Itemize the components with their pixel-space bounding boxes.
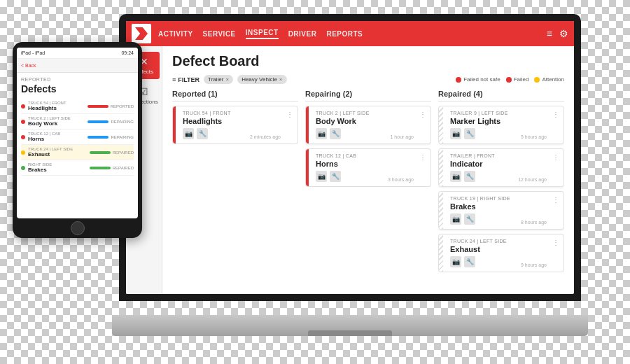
legend-dot-failed xyxy=(506,77,512,83)
card-icon-13: 📷 xyxy=(450,256,461,267)
defect-name-brakes: Brakes xyxy=(28,167,52,173)
nav-inspect[interactable]: INSPECT xyxy=(246,29,279,39)
page-title: Defect Board xyxy=(172,53,564,69)
card-menu-brakes[interactable]: ⋮ xyxy=(552,196,559,204)
info-horns: TRUCK 12 | CAB Horns xyxy=(28,132,60,142)
info-bodywork: TRUCK 2 | LEFT SIDE Body Work xyxy=(28,116,71,127)
status-bar-horns xyxy=(88,136,108,139)
tablet-screen: iPad - iPad 09:24 < Back REPORTED Defect… xyxy=(17,48,138,218)
card-indicator[interactable]: TRAILER | FRONT Indicator 📷 🔧 12 hours a… xyxy=(438,148,564,187)
card-stripe-bodywork xyxy=(306,106,309,144)
laptop-screen: ACTIVITY SERVICE INSPECT DRIVER REPORTS … xyxy=(126,21,574,294)
card-time-headlights: 2 minutes ago xyxy=(250,134,281,139)
card-menu-exhaust[interactable]: ⋮ xyxy=(552,239,559,246)
card-menu-horns[interactable]: ⋮ xyxy=(419,153,426,161)
filter-icon-lines: ≡ xyxy=(172,76,176,83)
card-headlights[interactable]: TRUCK 54 | FRONT Headlights 📷 🔧 2 minute… xyxy=(172,106,298,144)
status-bar-headlights xyxy=(88,105,108,108)
card-icon-2: 🔧 xyxy=(197,128,208,139)
card-icon-5: 📷 xyxy=(316,171,327,182)
tablet-frame: iPad - iPad 09:24 < Back REPORTED Defect… xyxy=(13,42,142,238)
status-right-exhaust: REPAIRED xyxy=(90,150,134,155)
card-icon-10: 🔧 xyxy=(464,171,475,182)
card-icon-9: 📷 xyxy=(450,171,461,182)
legend: Failed not safe Failed Attention xyxy=(456,76,564,83)
card-stripe-indicator xyxy=(439,149,443,186)
kanban-header-repairing: Repairing (2) xyxy=(305,90,431,102)
status-label-headlights: REPORTED xyxy=(111,104,134,108)
legend-failed: Failed xyxy=(506,76,529,83)
card-stripe-headlights xyxy=(173,106,176,144)
tablet-row-headlights[interactable]: TRUCK 54 | FRONT Headlights REPORTED xyxy=(21,99,134,114)
nav-service[interactable]: SERVICE xyxy=(203,30,236,38)
filter-text: FILTER xyxy=(178,76,200,83)
card-icon-6: 🔧 xyxy=(330,171,341,182)
status-right-brakes: REPAIRED xyxy=(90,166,134,170)
card-exhaust[interactable]: TRUCK 24 | LEFT SIDE Exhaust 📷 🔧 9 hours… xyxy=(438,234,564,272)
nav-reports[interactable]: REPORTS xyxy=(326,30,363,38)
laptop-device: ACTIVITY SERVICE INSPECT DRIVER REPORTS … xyxy=(112,14,588,336)
filter-label: ≡ FILTER xyxy=(172,76,200,83)
dot-headlights xyxy=(21,104,25,108)
tablet-row-horns[interactable]: TRUCK 12 | CAB Horns REPAIRING xyxy=(21,130,134,145)
card-icon-7: 📷 xyxy=(450,128,461,139)
card-stripe-horns xyxy=(306,149,309,186)
tag-remove-trailer[interactable]: × xyxy=(225,76,229,83)
card-time-marker: 5 hours ago xyxy=(521,134,547,139)
card-time-brakes: 8 hours ago xyxy=(521,220,547,225)
tablet-content: REPORTED Defects TRUCK 54 | FRONT Headli… xyxy=(17,73,138,180)
settings-icon[interactable]: ⚙ xyxy=(559,28,568,39)
card-menu-indicator[interactable]: ⋮ xyxy=(552,153,559,161)
tablet-time: 09:24 xyxy=(121,50,134,55)
card-menu-marker[interactable]: ⋮ xyxy=(552,111,559,118)
defect-name-bodywork: Body Work xyxy=(28,120,71,127)
tablet-row-exhaust[interactable]: TRUCK 24 | LEFT SIDE Exhaust REPAIRED xyxy=(21,145,134,160)
nav-items: ACTIVITY SERVICE INSPECT DRIVER REPORTS xyxy=(158,29,547,39)
card-menu-headlights[interactable]: ⋮ xyxy=(286,111,293,118)
tablet-back-button[interactable]: < Back xyxy=(21,63,36,68)
card-marker-lights[interactable]: TRAILER 9 | LEFT SIDE Marker Lights 📷 🔧 … xyxy=(438,106,564,144)
card-truck-bodywork: TRUCK 2 | LEFT SIDE xyxy=(316,111,425,115)
tablet-defect-left-brakes: RIGHT SIDE Brakes xyxy=(21,162,52,173)
card-truck-brakes: TRUCK 19 | RIGHT SIDE xyxy=(450,196,558,201)
card-time-exhaust: 9 hours ago xyxy=(521,262,547,267)
legend-dot-attention xyxy=(534,77,540,83)
laptop-screen-frame: ACTIVITY SERVICE INSPECT DRIVER REPORTS … xyxy=(119,14,581,301)
card-icon-12: 🔧 xyxy=(464,214,475,225)
filter-icon[interactable]: ≡ xyxy=(547,28,552,39)
kanban-board: Reported (1) TRUCK 54 | FRONT Headlights… xyxy=(172,90,564,280)
card-title-bodywork: Body Work xyxy=(316,117,425,125)
card-title-headlights: Headlights xyxy=(183,117,292,125)
card-bodywork[interactable]: TRUCK 2 | LEFT SIDE Body Work 📷 🔧 1 hour… xyxy=(305,106,431,144)
app-header: ACTIVITY SERVICE INSPECT DRIVER REPORTS … xyxy=(126,21,574,46)
card-stripe-exhaust xyxy=(439,234,443,272)
tag-remove-heavy[interactable]: × xyxy=(279,76,283,83)
nav-driver[interactable]: DRIVER xyxy=(288,30,317,38)
legend-label-failed-not-safe: Failed not safe xyxy=(463,76,500,83)
tablet-row-brakes[interactable]: RIGHT SIDE Brakes REPAIRED xyxy=(21,160,134,176)
tablet-status-bar: iPad - iPad 09:24 xyxy=(17,48,138,59)
tablet-row-bodywork[interactable]: TRUCK 2 | LEFT SIDE Body Work REPAIRING xyxy=(21,114,134,130)
tablet-home-button[interactable] xyxy=(71,221,85,235)
tablet-defect-left-bodywork: TRUCK 2 | LEFT SIDE Body Work xyxy=(21,116,71,127)
card-brakes[interactable]: TRUCK 19 | RIGHT SIDE Brakes 📷 🔧 8 hours… xyxy=(438,191,564,230)
filter-tag-trailer[interactable]: Trailer × xyxy=(204,75,233,84)
card-truck-horns: TRUCK 12 | CAB xyxy=(316,153,425,158)
nav-activity[interactable]: ACTIVITY xyxy=(158,30,193,38)
kanban-col-repaired: Repaired (4) TRAILER 9 | LEFT SIDE Marke… xyxy=(438,90,564,280)
filter-tag-heavy-vehicle[interactable]: Heavy Vehicle × xyxy=(237,75,286,84)
kanban-col-repairing: Repairing (2) TRUCK 2 | LEFT SIDE Body W… xyxy=(305,90,431,280)
kanban-cards-repaired: TRAILER 9 | LEFT SIDE Marker Lights 📷 🔧 … xyxy=(438,106,564,272)
filter-bar: ≡ FILTER Trailer × Heavy Vehicle × xyxy=(172,75,564,84)
status-bar-bodywork xyxy=(88,120,108,123)
info-headlights: TRUCK 54 | FRONT Headlights xyxy=(28,101,66,111)
status-bar-exhaust xyxy=(90,151,111,154)
status-bar-brakes xyxy=(90,167,111,169)
tablet-device-label: iPad - iPad xyxy=(21,50,45,55)
card-truck-indicator: TRAILER | FRONT xyxy=(450,153,558,158)
status-right-bodywork: REPAIRING xyxy=(88,120,134,124)
card-horns[interactable]: TRUCK 12 | CAB Horns 📷 🔧 3 hours ago xyxy=(305,148,431,187)
card-menu-bodywork[interactable]: ⋮ xyxy=(419,111,426,118)
dot-exhaust xyxy=(21,150,25,155)
tablet-device: iPad - iPad 09:24 < Back REPORTED Defect… xyxy=(13,42,142,238)
